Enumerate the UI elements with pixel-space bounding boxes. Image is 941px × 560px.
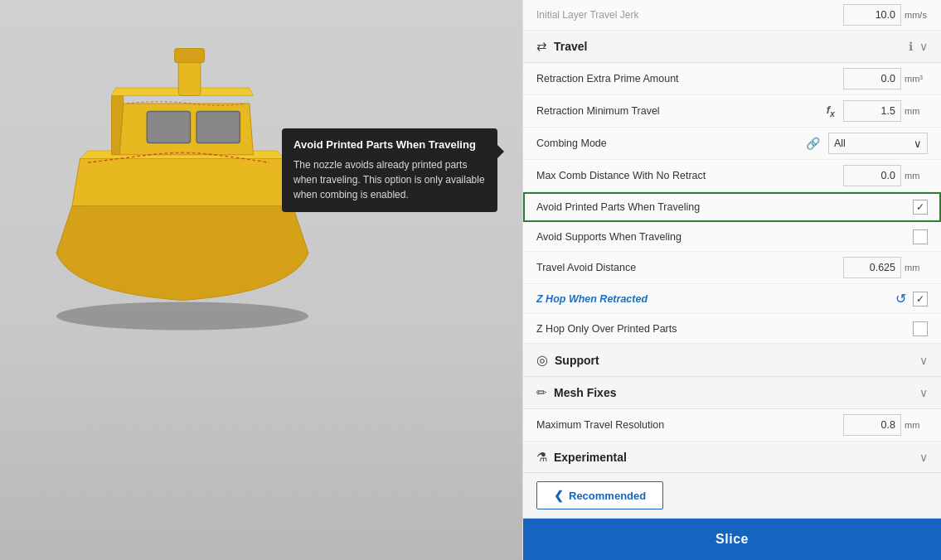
avoid-supports-row: Avoid Supports When Traveling	[523, 222, 941, 252]
travel-avoid-distance-row: Travel Avoid Distance mm	[523, 252, 941, 284]
grid-floor	[0, 421, 522, 560]
slice-bar: Slice	[523, 518, 941, 560]
travel-chevron-icon[interactable]: ∨	[919, 40, 928, 53]
avoid-printed-parts-label: Avoid Printed Parts When Traveling	[536, 201, 913, 213]
svg-point-0	[56, 302, 308, 330]
retraction-extra-prime-unit: mm³	[905, 74, 928, 84]
combing-mode-chevron: ∨	[914, 138, 922, 150]
experimental-chevron-icon[interactable]: ∨	[919, 451, 928, 464]
max-comb-distance-value-group: mm	[843, 165, 928, 186]
z-hop-over-printed-row: Z Hop Only Over Printed Parts	[523, 314, 941, 344]
avoid-supports-checkbox[interactable]	[913, 229, 928, 244]
max-travel-resolution-row: Maximum Travel Resolution mm	[523, 409, 941, 442]
settings-scroll-area[interactable]: Initial Layer Travel Jerk mm/s ⇄ Travel …	[523, 0, 941, 472]
avoid-printed-parts-value-group: ✓	[913, 200, 928, 215]
retraction-min-travel-row: Retraction Minimum Travel fx mm	[523, 95, 941, 128]
combing-mode-label: Combing Mode	[536, 138, 806, 149]
max-comb-distance-unit: mm	[905, 171, 928, 181]
fx-icon[interactable]: fx	[827, 104, 835, 118]
z-hop-retracted-label: Z Hop When Retracted	[536, 293, 895, 305]
svg-rect-4	[175, 49, 205, 63]
avoid-printed-parts-checkbox[interactable]: ✓	[913, 200, 928, 215]
travel-section-header[interactable]: ⇄ Travel ℹ ∨	[523, 31, 941, 63]
retraction-extra-prime-input[interactable]	[843, 68, 901, 89]
travel-info-icon[interactable]: ℹ	[909, 40, 913, 53]
mesh-fixes-section-title: Mesh Fixes	[554, 386, 919, 399]
tooltip: Avoid Printed Parts When Traveling The n…	[282, 128, 497, 212]
3d-viewport[interactable]: Avoid Printed Parts When Traveling The n…	[0, 0, 522, 560]
recommended-btn-label: Recommended	[569, 490, 646, 502]
retraction-min-travel-unit: mm	[905, 106, 928, 116]
experimental-section-header[interactable]: ⚗ Experimental ∨	[523, 442, 941, 472]
link-icon[interactable]: 🔗	[806, 137, 820, 150]
slice-button[interactable]: Slice	[523, 519, 941, 560]
travel-avoid-distance-value-group: mm	[843, 257, 928, 278]
max-comb-distance-input[interactable]	[843, 165, 901, 186]
max-travel-resolution-input[interactable]	[843, 414, 901, 436]
max-comb-distance-row: Max Comb Distance With No Retract mm	[523, 160, 941, 192]
tooltip-arrow	[497, 145, 504, 158]
experimental-icon: ⚗	[536, 450, 547, 465]
max-travel-resolution-unit: mm	[905, 420, 928, 430]
travel-avoid-distance-input[interactable]	[843, 257, 901, 278]
travel-icon: ⇄	[536, 39, 547, 54]
recommended-button[interactable]: ❮ Recommended	[536, 481, 663, 509]
max-travel-resolution-value-group: mm	[843, 414, 928, 436]
retraction-min-travel-value-group: fx mm	[827, 100, 928, 122]
undo-icon[interactable]: ↺	[895, 291, 906, 307]
z-hop-over-printed-label: Z Hop Only Over Printed Parts	[536, 323, 913, 335]
chevron-left-icon: ❮	[554, 489, 564, 502]
support-section-header[interactable]: ◎ Support ∨	[523, 344, 941, 377]
initial-layer-jerk-label: Initial Layer Travel Jerk	[536, 9, 843, 21]
z-hop-retracted-checkbox[interactable]: ✓	[913, 292, 928, 307]
z-hop-over-printed-checkbox[interactable]	[913, 321, 928, 336]
initial-layer-jerk-input[interactable]	[843, 4, 901, 26]
retraction-min-travel-input[interactable]	[843, 100, 901, 122]
tooltip-body: The nozzle avoids already printed parts …	[293, 157, 486, 202]
tooltip-title: Avoid Printed Parts When Traveling	[293, 138, 486, 151]
mesh-fixes-chevron-icon[interactable]: ∨	[919, 386, 928, 399]
recommended-bar: ❮ Recommended	[523, 472, 941, 518]
support-chevron-icon[interactable]: ∨	[919, 354, 928, 367]
retraction-extra-prime-label: Retraction Extra Prime Amount	[536, 73, 843, 84]
initial-layer-jerk-unit: mm/s	[905, 10, 928, 20]
experimental-section-title: Experimental	[554, 451, 919, 464]
settings-panel: Initial Layer Travel Jerk mm/s ⇄ Travel …	[522, 0, 941, 560]
travel-section-title: Travel	[554, 40, 909, 53]
travel-avoid-distance-label: Travel Avoid Distance	[536, 262, 843, 273]
retraction-extra-prime-row: Retraction Extra Prime Amount mm³	[523, 63, 941, 95]
combing-mode-select[interactable]: All ∨	[828, 133, 928, 154]
combing-mode-value-group: 🔗 All ∨	[806, 133, 928, 154]
svg-rect-1	[147, 112, 190, 143]
svg-rect-2	[196, 112, 240, 143]
retraction-min-travel-label: Retraction Minimum Travel	[536, 105, 827, 117]
initial-layer-jerk-value-group: mm/s	[843, 4, 928, 26]
z-hop-retracted-row: Z Hop When Retracted ↺ ✓	[523, 284, 941, 314]
combing-mode-value: All	[834, 138, 846, 149]
combing-mode-row: Combing Mode 🔗 All ∨	[523, 128, 941, 160]
mesh-fixes-icon: ✏	[536, 385, 547, 400]
support-icon: ◎	[536, 352, 548, 368]
z-hop-retracted-value-group: ↺ ✓	[895, 291, 928, 307]
max-travel-resolution-label: Maximum Travel Resolution	[536, 419, 843, 431]
avoid-supports-label: Avoid Supports When Traveling	[536, 231, 913, 243]
support-section-title: Support	[555, 354, 919, 367]
max-comb-distance-label: Max Comb Distance With No Retract	[536, 170, 843, 181]
avoid-printed-parts-row: Avoid Printed Parts When Traveling ✓	[523, 192, 941, 222]
initial-layer-jerk-row: Initial Layer Travel Jerk mm/s	[523, 0, 941, 31]
avoid-supports-value-group	[913, 229, 928, 244]
travel-avoid-distance-unit: mm	[905, 263, 928, 273]
z-hop-over-printed-value-group	[913, 321, 928, 336]
mesh-fixes-section-header[interactable]: ✏ Mesh Fixes ∨	[523, 377, 941, 409]
retraction-extra-prime-value-group: mm³	[843, 68, 928, 89]
